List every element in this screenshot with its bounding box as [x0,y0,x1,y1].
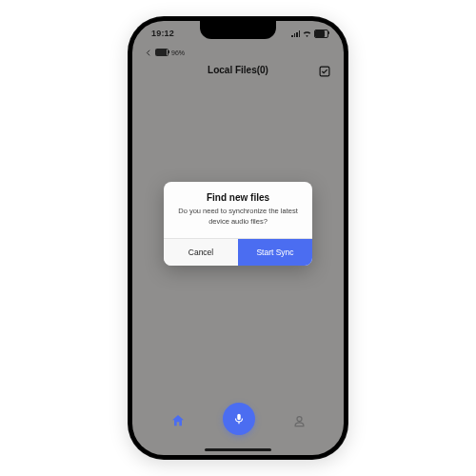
microphone-icon [232,412,246,426]
nav-home[interactable] [170,413,186,428]
dialog-actions: Cancel Start Sync [164,238,312,266]
dialog-message: Do you need to synchronize the latest de… [164,207,312,237]
person-icon [292,414,307,428]
home-indicator[interactable] [205,448,271,451]
record-button[interactable] [223,403,255,435]
nav-profile[interactable] [292,414,307,428]
cancel-button[interactable]: Cancel [164,239,238,266]
home-icon [170,413,186,428]
phone-frame: 19:12 96% Local Files(0) Find new files … [128,16,348,460]
screen: 19:12 96% Local Files(0) Find new files … [132,21,344,455]
start-sync-button[interactable]: Start Sync [238,239,312,266]
modal-backdrop: Find new files Do you need to synchroniz… [132,21,344,455]
dialog-title: Find new files [164,182,312,207]
bottom-nav [132,396,344,455]
device-notch [200,21,276,39]
sync-dialog: Find new files Do you need to synchroniz… [164,182,312,265]
